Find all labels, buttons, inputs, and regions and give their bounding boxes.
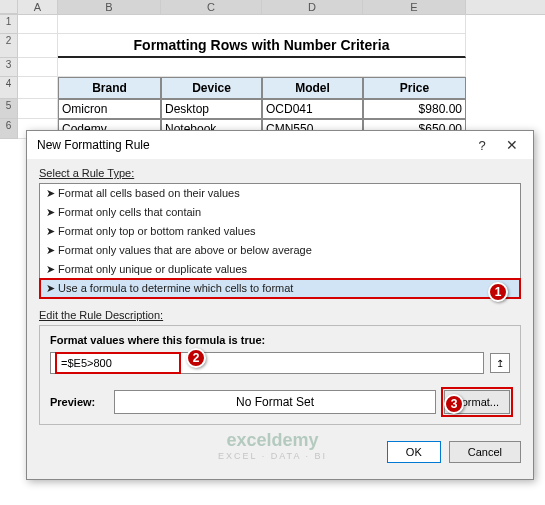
close-icon[interactable]: ✕	[497, 137, 527, 153]
dialog-buttons: OK Cancel	[27, 433, 533, 471]
cell[interactable]	[58, 15, 466, 34]
formula-input[interactable]: =$E5>800	[55, 352, 181, 374]
callout-3: 3	[444, 394, 464, 414]
rule-type-option[interactable]: ➤ Format only values that are above or b…	[40, 241, 520, 260]
spreadsheet-grid: A B C D E 1 2Formatting Rows with Number…	[0, 0, 545, 139]
formula-input-wrapper: =$E5>800	[50, 352, 484, 374]
rule-type-option[interactable]: ➤ Format all cells based on their values	[40, 184, 520, 203]
row-header[interactable]: 1	[0, 15, 18, 34]
cell[interactable]	[18, 99, 58, 119]
table-header-device[interactable]: Device	[161, 77, 262, 99]
cell[interactable]	[18, 77, 58, 99]
formula-label: Format values where this formula is true…	[50, 334, 510, 346]
table-cell[interactable]: $980.00	[363, 99, 466, 119]
cell[interactable]	[18, 15, 58, 34]
rule-type-list: ➤ Format all cells based on their values…	[39, 183, 521, 299]
callout-1: 1	[488, 282, 508, 302]
rule-type-option[interactable]: ➤ Format only cells that contain	[40, 203, 520, 222]
edit-rule-description-label: Edit the Rule Description:	[39, 309, 521, 321]
col-header-b[interactable]: B	[58, 0, 161, 14]
grid-body: 1 2Formatting Rows with Number Criteria …	[0, 15, 545, 139]
row-header[interactable]: 2	[0, 34, 18, 58]
cell[interactable]	[18, 34, 58, 58]
cell[interactable]	[58, 58, 466, 77]
callout-2: 2	[186, 348, 206, 368]
dialog-title: New Formatting Rule	[37, 138, 467, 152]
column-headers: A B C D E	[0, 0, 545, 15]
select-all-corner[interactable]	[0, 0, 18, 14]
table-cell[interactable]: OCD041	[262, 99, 363, 119]
rule-type-option[interactable]: ➤ Format only unique or duplicate values	[40, 260, 520, 279]
row-header[interactable]: 3	[0, 58, 18, 77]
cell[interactable]	[18, 58, 58, 77]
dialog-body: Select a Rule Type: ➤ Format all cells b…	[27, 159, 533, 433]
dialog-titlebar[interactable]: New Formatting Rule ? ✕	[27, 131, 533, 159]
ok-button[interactable]: OK	[387, 441, 441, 463]
row-header[interactable]: 5	[0, 99, 18, 119]
preview-label: Preview:	[50, 396, 106, 408]
col-header-c[interactable]: C	[161, 0, 262, 14]
select-rule-type-label: Select a Rule Type:	[39, 167, 521, 179]
table-cell[interactable]: Omicron	[58, 99, 161, 119]
table-header-model[interactable]: Model	[262, 77, 363, 99]
help-icon[interactable]: ?	[467, 138, 497, 153]
new-formatting-rule-dialog: New Formatting Rule ? ✕ Select a Rule Ty…	[26, 130, 534, 480]
col-header-e[interactable]: E	[363, 0, 466, 14]
table-header-price[interactable]: Price	[363, 77, 466, 99]
table-cell[interactable]: Desktop	[161, 99, 262, 119]
collapse-dialog-icon[interactable]: ↥	[490, 353, 510, 373]
table-header-brand[interactable]: Brand	[58, 77, 161, 99]
row-header[interactable]: 4	[0, 77, 18, 99]
cancel-button[interactable]: Cancel	[449, 441, 521, 463]
rule-type-option[interactable]: ➤ Format only top or bottom ranked value…	[40, 222, 520, 241]
rule-type-option-formula[interactable]: ➤ Use a formula to determine which cells…	[40, 279, 520, 298]
preview-box: No Format Set	[114, 390, 436, 414]
row-header[interactable]: 6	[0, 119, 18, 139]
title-cell[interactable]: Formatting Rows with Number Criteria	[58, 34, 466, 58]
col-header-a[interactable]: A	[18, 0, 58, 14]
col-header-d[interactable]: D	[262, 0, 363, 14]
